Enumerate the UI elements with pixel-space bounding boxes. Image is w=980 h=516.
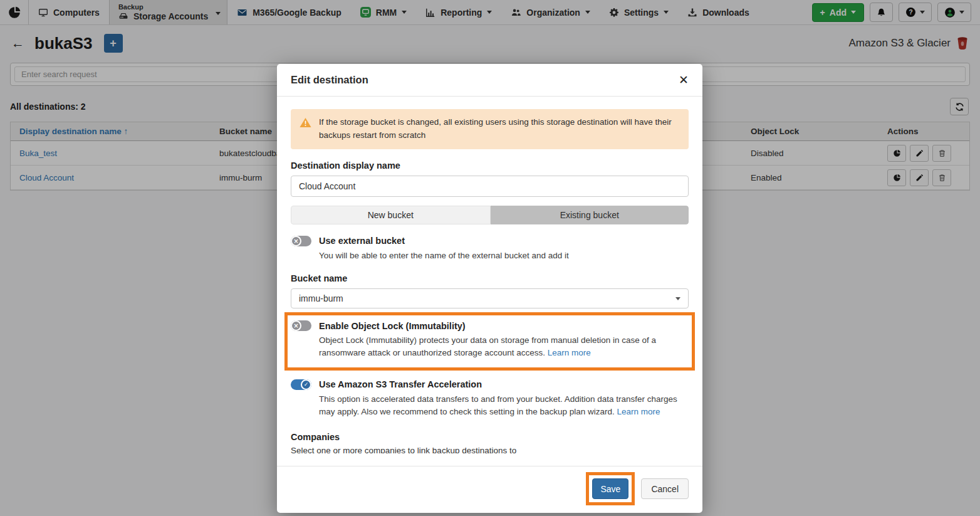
transfer-acceleration-toggle[interactable]: ✓ xyxy=(291,379,311,390)
companies-label: Companies xyxy=(291,432,689,442)
companies-description: Select one or more companies to link bac… xyxy=(291,446,689,453)
transfer-acceleration-row: ✓ Use Amazon S3 Transfer Acceleration xyxy=(291,379,689,390)
modal-title: Edit destination xyxy=(291,74,368,86)
app: Computers Backup Storage Accounts M365/G… xyxy=(0,0,980,516)
warning-text: If the storage bucket is changed, all ex… xyxy=(319,116,680,142)
external-bucket-toggle[interactable]: × xyxy=(291,236,311,246)
warning-triangle-icon xyxy=(300,116,311,128)
modal-body: If the storage bucket is changed, all ex… xyxy=(277,97,702,453)
external-bucket-label: Use external bucket xyxy=(319,236,405,246)
cancel-button[interactable]: Cancel xyxy=(641,478,689,499)
external-bucket-description: You will be able to enter the name of th… xyxy=(319,250,689,262)
chevron-down-icon xyxy=(675,297,680,300)
save-button[interactable]: Save xyxy=(592,478,628,499)
external-bucket-row: × Use external bucket xyxy=(291,236,689,246)
object-lock-label: Enable Object Lock (Immutability) xyxy=(319,321,466,331)
close-icon[interactable]: ✕ xyxy=(679,74,689,86)
transfer-learn-more-link[interactable]: Learn more xyxy=(617,407,660,416)
object-lock-learn-more-link[interactable]: Learn more xyxy=(548,348,591,357)
object-lock-row: × Enable Object Lock (Immutability) xyxy=(291,320,689,331)
save-button-highlight: Save xyxy=(586,472,635,505)
edit-destination-modal: Edit destination ✕ If the storage bucket… xyxy=(277,64,702,513)
bucket-name-value: immu-burm xyxy=(299,293,343,303)
tab-existing-bucket[interactable]: Existing bucket xyxy=(491,206,689,224)
bucket-mode-tabs: New bucket Existing bucket xyxy=(291,206,689,224)
toggle-off-icon: × xyxy=(291,236,301,246)
bucket-name-select[interactable]: immu-burm xyxy=(291,288,689,308)
transfer-acceleration-label: Use Amazon S3 Transfer Acceleration xyxy=(319,379,482,389)
display-name-input[interactable] xyxy=(291,176,689,197)
transfer-acceleration-description: This option is accelerated data transfer… xyxy=(319,393,689,419)
display-name-label: Destination display name xyxy=(291,161,689,171)
warning-banner: If the storage bucket is changed, all ex… xyxy=(291,109,689,149)
bucket-name-label: Bucket name xyxy=(291,273,689,283)
modal-header: Edit destination ✕ xyxy=(277,64,702,97)
toggle-on-icon: ✓ xyxy=(301,379,311,390)
tab-new-bucket[interactable]: New bucket xyxy=(291,206,491,224)
toggle-off-icon: × xyxy=(291,320,301,331)
object-lock-toggle[interactable]: × xyxy=(291,320,311,331)
object-lock-highlight: × Enable Object Lock (Immutability) Obje… xyxy=(284,312,695,371)
object-lock-description: Object Lock (Immutability) protects your… xyxy=(319,334,689,360)
modal-footer: Save Cancel xyxy=(277,466,702,513)
